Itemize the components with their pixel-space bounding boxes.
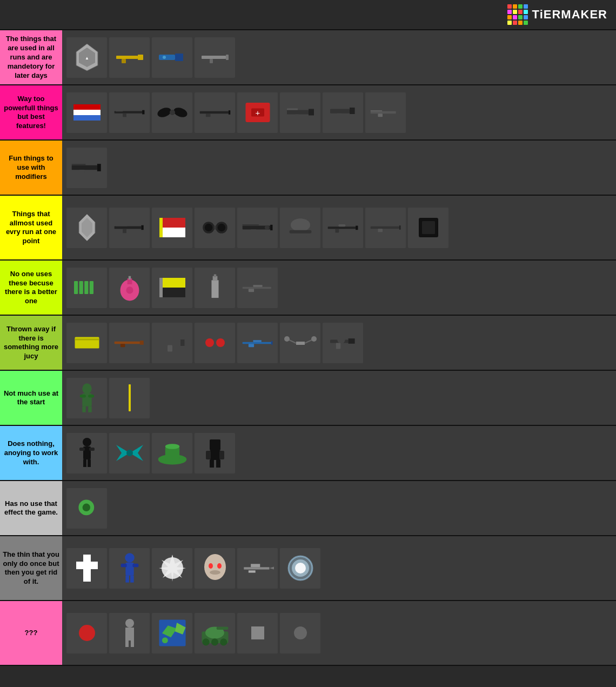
svg-rect-33 xyxy=(350,108,355,114)
svg-rect-102 xyxy=(242,342,271,344)
tier-items-j xyxy=(62,601,616,665)
svg-rect-9 xyxy=(202,56,226,59)
item-scoped-rifle xyxy=(323,208,363,248)
svg-point-130 xyxy=(126,450,133,456)
svg-rect-17 xyxy=(123,114,126,117)
svg-marker-157 xyxy=(269,567,274,570)
svg-rect-82 xyxy=(159,278,185,288)
svg-rect-36 xyxy=(396,111,399,114)
item-lmg xyxy=(237,208,278,248)
svg-point-154 xyxy=(217,563,222,569)
svg-rect-45 xyxy=(114,226,141,229)
svg-rect-167 xyxy=(125,641,129,647)
svg-rect-73 xyxy=(422,221,435,234)
svg-rect-89 xyxy=(271,286,272,290)
svg-rect-46 xyxy=(141,225,143,230)
svg-point-162 xyxy=(295,563,306,573)
item-yellow-box xyxy=(66,323,107,363)
svg-rect-120 xyxy=(88,406,92,412)
svg-rect-14 xyxy=(73,104,101,110)
svg-rect-166 xyxy=(125,628,134,641)
svg-rect-74 xyxy=(74,281,78,294)
svg-rect-119 xyxy=(82,406,86,412)
item-blue-item xyxy=(152,37,192,78)
svg-rect-135 xyxy=(210,450,220,460)
svg-rect-76 xyxy=(84,281,88,294)
item-shotgun xyxy=(365,92,406,133)
svg-rect-28 xyxy=(287,110,309,115)
svg-rect-4 xyxy=(138,55,143,60)
svg-rect-145 xyxy=(125,563,133,576)
item-helmet xyxy=(280,208,320,248)
tier-label-i: The thin that you only do once but then … xyxy=(0,536,62,600)
item-small-green xyxy=(66,488,107,529)
svg-rect-29 xyxy=(309,109,314,116)
tier-label-s: The things that are used in all runs and… xyxy=(0,30,62,84)
item-blue-flag xyxy=(66,92,107,133)
svg-rect-40 xyxy=(97,164,101,172)
tier-row-j: ??? xyxy=(0,601,616,666)
svg-rect-93 xyxy=(75,339,99,341)
svg-rect-98 xyxy=(180,339,185,346)
item-ammo-bars xyxy=(66,268,107,308)
item-blue-figure xyxy=(109,548,150,589)
item-plane xyxy=(237,548,278,589)
svg-point-113 xyxy=(337,336,345,344)
svg-rect-65 xyxy=(327,227,355,229)
svg-rect-118 xyxy=(88,395,94,397)
item-yellow-flag xyxy=(152,268,192,308)
svg-rect-11 xyxy=(210,59,213,63)
svg-point-180 xyxy=(294,626,307,639)
tier-row-s: The things that are used in all runs and… xyxy=(0,30,616,85)
svg-rect-68 xyxy=(335,229,339,233)
item-small-gun xyxy=(152,323,192,363)
svg-rect-126 xyxy=(83,459,86,467)
svg-rect-139 xyxy=(216,460,220,468)
svg-rect-146 xyxy=(120,564,126,568)
svg-rect-64 xyxy=(289,230,311,234)
svg-rect-67 xyxy=(338,224,345,226)
item-wooden-gun xyxy=(109,323,150,363)
svg-rect-23 xyxy=(228,111,230,115)
svg-rect-59 xyxy=(242,224,258,226)
svg-point-63 xyxy=(291,219,310,232)
svg-point-55 xyxy=(204,224,212,231)
svg-rect-147 xyxy=(132,564,138,568)
svg-rect-80 xyxy=(128,276,130,280)
item-cross xyxy=(66,548,107,589)
tier-row-g: Does nothing, anoying to work with. xyxy=(0,426,616,481)
item-yellow-stick xyxy=(109,378,150,418)
svg-rect-66 xyxy=(356,226,358,230)
svg-rect-94 xyxy=(114,342,139,344)
svg-rect-96 xyxy=(120,344,125,348)
tier-label-c: Things that allmost used evry run at one… xyxy=(0,196,62,259)
item-small-item3 xyxy=(280,613,320,653)
item-flag-item xyxy=(152,208,192,248)
svg-point-122 xyxy=(83,438,91,446)
svg-point-178 xyxy=(220,639,227,646)
svg-point-100 xyxy=(205,338,214,347)
svg-rect-104 xyxy=(253,341,261,342)
svg-rect-30 xyxy=(295,115,299,119)
svg-rect-156 xyxy=(244,568,269,570)
svg-rect-179 xyxy=(251,626,264,639)
svg-rect-124 xyxy=(79,448,85,451)
tier-label-g: Does nothing, anoying to work with. xyxy=(0,426,62,480)
tier-row-e: Thrown avay if there is something more j… xyxy=(0,316,616,371)
svg-rect-99 xyxy=(168,345,172,352)
svg-rect-95 xyxy=(139,341,143,345)
tiermaker-logo: TiERMAKER xyxy=(507,4,607,25)
svg-rect-75 xyxy=(79,281,83,294)
item-black-rifle xyxy=(109,92,150,133)
item-pistol xyxy=(323,92,363,133)
svg-point-172 xyxy=(162,638,168,644)
svg-rect-87 xyxy=(213,275,216,277)
svg-point-81 xyxy=(126,287,133,294)
svg-rect-84 xyxy=(159,278,163,297)
svg-point-165 xyxy=(125,619,134,628)
item-red-box: + xyxy=(237,92,278,133)
svg-rect-10 xyxy=(226,55,229,60)
svg-rect-149 xyxy=(130,576,134,583)
tier-items-e xyxy=(62,316,616,370)
item-wing-item xyxy=(152,92,192,133)
